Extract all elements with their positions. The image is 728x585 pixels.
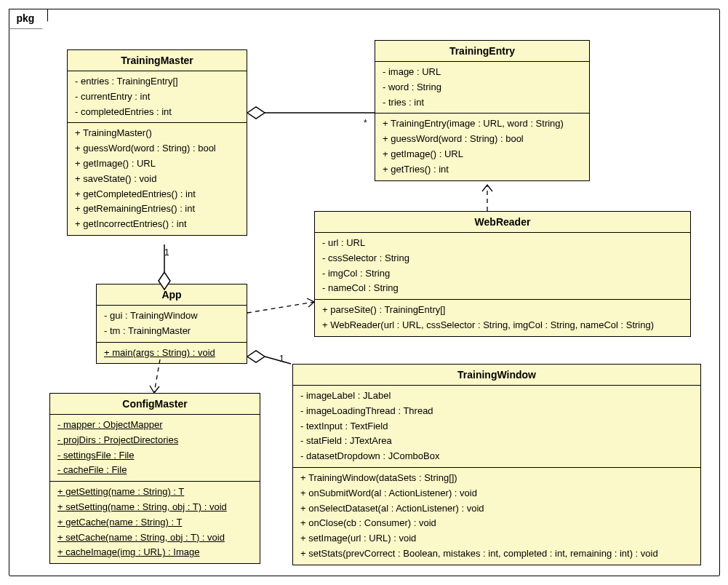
mult-app-tw: 1 [279, 354, 284, 364]
class-web-reader: WebReader - url : URL - cssSelector : St… [314, 211, 691, 337]
class-title: ConfigMaster [50, 394, 260, 415]
attrs: - entries : TrainingEntry[] - currentEnt… [68, 71, 247, 123]
class-config-master: ConfigMaster - mapper : ObjectMapper - p… [49, 393, 260, 564]
attrs: - image : URL - word : String - tries : … [375, 62, 589, 114]
ops: + TrainingEntry(image : URL, word : Stri… [375, 114, 589, 180]
class-title: App [97, 284, 247, 306]
ops: + TrainingMaster() + guessWord(word : St… [68, 123, 247, 235]
class-training-master: TrainingMaster - entries : TrainingEntry… [67, 49, 247, 236]
class-training-window: TrainingWindow - imageLabel : JLabel - i… [292, 364, 701, 565]
attrs: - imageLabel : JLabel - imageLoadingThre… [293, 386, 700, 468]
ops: + getSetting(name : String) : T + setSet… [50, 482, 260, 563]
attrs: - url : URL - cssSelector : String - img… [315, 233, 690, 300]
class-training-entry: TrainingEntry - image : URL - word : Str… [375, 40, 590, 181]
package-label: pkg [9, 9, 49, 29]
class-title: TrainingWindow [293, 365, 700, 386]
class-title: TrainingMaster [68, 50, 247, 71]
mult-app-tm: 1 [164, 247, 169, 258]
class-app: App - gui : TrainingWindow - tm : Traini… [96, 284, 247, 364]
ops: + parseSite() : TrainingEntry[] + WebRea… [315, 300, 690, 336]
ops: + main(args : String) : void [97, 343, 247, 364]
class-title: WebReader [315, 212, 690, 233]
class-title: TrainingEntry [375, 41, 589, 62]
mult-tm-te: * [364, 118, 367, 128]
attrs: - gui : TrainingWindow - tm : TrainingMa… [97, 306, 247, 343]
ops: + TrainingWindow(dataSets : String[]) + … [293, 468, 700, 565]
attrs: - mapper : ObjectMapper - projDirs : Pro… [50, 415, 260, 482]
